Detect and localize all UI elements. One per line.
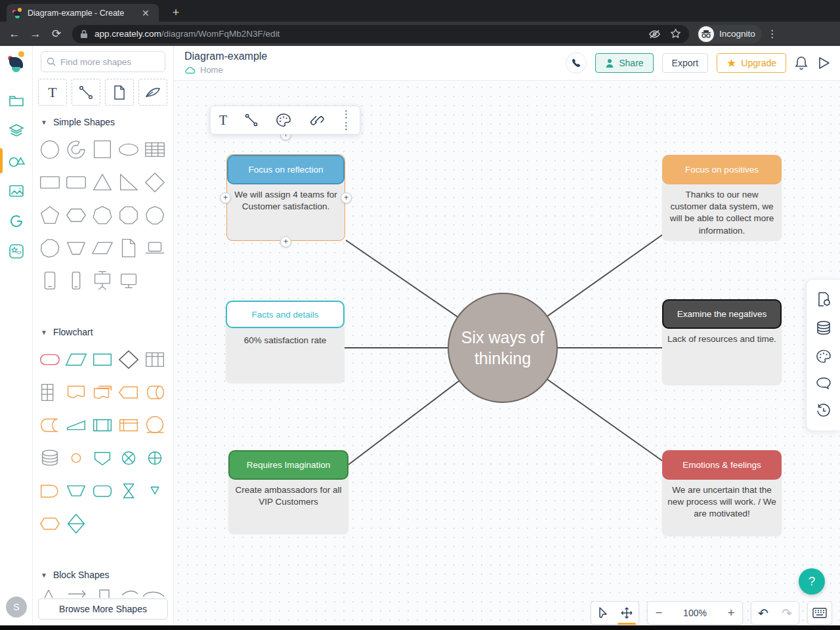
shape-diamond[interactable] (142, 170, 167, 195)
shape-terminator[interactable] (37, 347, 62, 372)
shape-trapezoid-down[interactable] (64, 236, 89, 261)
shape-stored-data[interactable] (37, 413, 62, 438)
new-tab-button[interactable]: + (168, 5, 184, 21)
shape-decision[interactable] (116, 347, 141, 372)
node-body[interactable]: We will assign 4 teams for Customer sati… (232, 189, 339, 213)
shape-predefined-process[interactable] (90, 413, 115, 438)
shape-decagon[interactable] (37, 236, 62, 261)
shape-off-page-connector[interactable] (90, 446, 115, 471)
zoom-out-button[interactable]: − (648, 601, 670, 625)
add-shape-handle-left[interactable]: + (220, 192, 231, 203)
incognito-badge[interactable]: Incognito (697, 25, 762, 43)
rail-stickers-icon[interactable] (0, 236, 33, 266)
rail-google-icon[interactable] (0, 206, 33, 236)
more-options-icon[interactable]: ⋮⋮ (341, 108, 351, 132)
diagram-settings-icon[interactable] (816, 291, 831, 307)
shape-multi-document[interactable] (90, 380, 115, 405)
node-body[interactable]: 60% satisfaction rate (231, 335, 339, 346)
text-tool[interactable]: T (38, 79, 67, 106)
export-button[interactable]: Export (662, 53, 708, 73)
shape-ellipse[interactable] (116, 137, 141, 162)
zoom-level[interactable]: 100% (670, 608, 720, 618)
node-examine-the-negatives[interactable]: Examine the negatives Lack of resources … (662, 299, 782, 385)
node-title[interactable]: Requires Imagination (228, 450, 348, 480)
search-input[interactable] (60, 57, 159, 67)
creately-logo[interactable] (7, 51, 26, 74)
browser-tab[interactable]: Diagram-example - Create ✕ (7, 4, 159, 22)
browser-menu-icon[interactable]: ⋮ (767, 28, 778, 40)
add-shape-handle-bottom[interactable]: + (280, 236, 291, 247)
shape-database[interactable] (37, 446, 62, 471)
shape-manual-operation[interactable] (64, 413, 89, 438)
shape-rectangle[interactable] (37, 170, 62, 195)
shape-merge[interactable] (142, 478, 167, 503)
shape-pentagon[interactable] (37, 203, 62, 228)
shape-right-triangle[interactable] (116, 170, 141, 195)
shape-loop[interactable] (64, 137, 89, 162)
shape-nonagon[interactable] (142, 203, 167, 228)
shape-hexagon[interactable] (64, 203, 89, 228)
node-title[interactable]: Focus on reflection (227, 155, 345, 184)
shape-table[interactable] (142, 137, 167, 162)
data-icon[interactable] (816, 320, 831, 336)
present-play-icon[interactable] (816, 56, 831, 70)
palette-icon[interactable] (276, 113, 291, 127)
section-flowchart[interactable]: ▼ Flowchart (41, 327, 93, 337)
upgrade-button[interactable]: ★ Upgrade (717, 53, 786, 73)
shape-internal-storage[interactable] (116, 413, 141, 438)
mindmap-center[interactable]: Six ways of thinking (448, 293, 558, 403)
connector-style-icon[interactable] (244, 113, 259, 127)
call-button[interactable] (566, 52, 587, 74)
page-tool[interactable] (105, 79, 134, 106)
tab-close-icon[interactable]: ✕ (142, 8, 150, 18)
forward-icon[interactable]: → (25, 28, 46, 41)
shape-delay[interactable] (37, 478, 62, 503)
node-body[interactable]: Thanks to our new customer data system, … (667, 189, 776, 237)
shape-octagon[interactable] (116, 203, 141, 228)
shape-projector-screen[interactable] (90, 268, 115, 293)
redo-button[interactable]: ↷ (775, 601, 799, 625)
node-body[interactable]: Create ambassadors for all VIP Customers (234, 484, 343, 508)
keyboard-shortcuts-button[interactable] (808, 601, 831, 625)
text-style-icon[interactable]: T (219, 113, 227, 128)
shape-triangle[interactable] (90, 170, 115, 195)
shape-grid-table[interactable] (37, 380, 62, 405)
shape-square[interactable] (90, 137, 115, 162)
shape-connector-circle[interactable] (64, 446, 89, 471)
comments-icon[interactable] (816, 377, 831, 390)
node-title[interactable]: Emotions & feelings (662, 450, 782, 480)
shape-tablet[interactable] (37, 268, 62, 293)
undo-button[interactable]: ↶ (751, 601, 775, 625)
link-icon[interactable] (308, 113, 324, 127)
shape-sort[interactable] (64, 511, 89, 536)
zoom-in-button[interactable]: + (720, 601, 742, 625)
node-body[interactable]: Lack of resources and time. (667, 333, 776, 345)
select-tool-button[interactable] (591, 601, 615, 625)
styles-palette-icon[interactable] (816, 349, 831, 364)
node-focus-on-reflection[interactable]: Focus on reflection We will assign 4 tea… (227, 155, 345, 240)
rail-image-icon[interactable] (0, 176, 33, 206)
shape-table-header[interactable] (142, 347, 167, 372)
shape-manual-input[interactable] (64, 478, 89, 503)
document-title[interactable]: Diagram-example (184, 51, 267, 62)
add-shape-handle-right[interactable]: + (341, 192, 352, 203)
shape-or-junction[interactable] (142, 446, 167, 471)
shape-smartphone[interactable] (64, 268, 89, 293)
shape-collate[interactable] (116, 478, 141, 503)
shape-process[interactable] (90, 347, 115, 372)
node-facts-and-details[interactable]: Facts and details 60% satisfaction rate (226, 301, 345, 383)
shape-parallelogram[interactable] (90, 236, 115, 261)
breadcrumb[interactable]: Home (184, 65, 223, 75)
notifications-bell-icon[interactable] (795, 56, 808, 70)
eye-off-icon[interactable] (648, 29, 661, 39)
rail-shapes-icon[interactable] (0, 146, 33, 176)
shape-direct-data[interactable] (116, 380, 141, 405)
url-bar[interactable]: app.creately.com/diagram/WomFqMb2N3F/edi… (72, 25, 689, 43)
rail-folder-icon[interactable] (0, 85, 33, 116)
history-icon[interactable] (816, 403, 831, 419)
node-requires-imagination[interactable]: Requires Imagination Create ambassadors … (228, 450, 348, 534)
shape-laptop[interactable] (142, 236, 167, 261)
shape-monitor[interactable] (116, 268, 141, 293)
pan-tool-button[interactable] (615, 601, 639, 625)
rail-layers-icon[interactable] (0, 116, 33, 146)
